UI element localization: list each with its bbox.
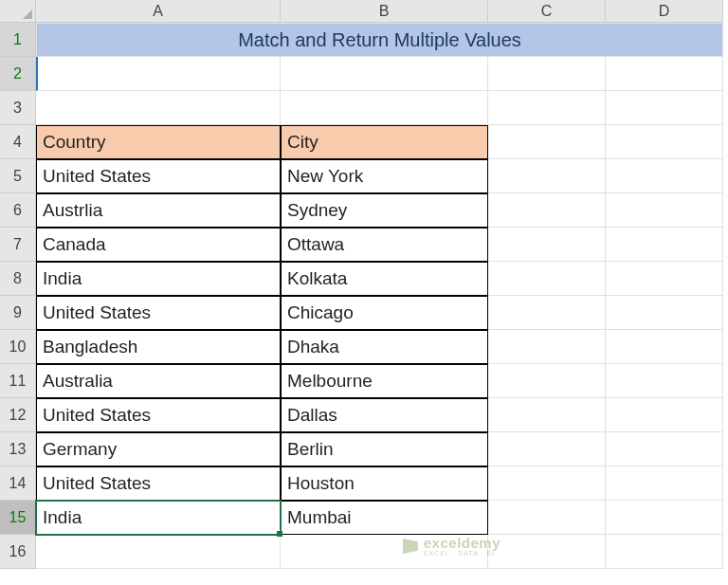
table-row[interactable]: Ottawa bbox=[281, 228, 488, 262]
table-row[interactable]: Mumbai bbox=[281, 501, 488, 535]
table-row[interactable]: Austrlia bbox=[36, 193, 281, 228]
cell-B2[interactable] bbox=[281, 57, 488, 91]
table-row[interactable]: Melbourne bbox=[281, 364, 488, 398]
table-row[interactable]: United States bbox=[36, 466, 281, 501]
cell-C3[interactable] bbox=[488, 91, 606, 125]
row-head-15[interactable]: 15 bbox=[0, 501, 36, 535]
row-head-7[interactable]: 7 bbox=[0, 228, 36, 262]
table-row[interactable]: Canada bbox=[36, 228, 281, 262]
col-head-A[interactable]: A bbox=[36, 0, 281, 23]
cell-D10[interactable] bbox=[606, 330, 723, 364]
table-row[interactable]: Houston bbox=[281, 466, 488, 501]
table-row[interactable]: Sydney bbox=[281, 193, 488, 228]
table-row[interactable]: India bbox=[36, 262, 281, 296]
row-head-11[interactable]: 11 bbox=[0, 364, 36, 398]
cell-C11[interactable] bbox=[488, 364, 606, 398]
cell-D2[interactable] bbox=[606, 57, 723, 91]
table-row[interactable]: Germany bbox=[36, 432, 281, 466]
row-head-9[interactable]: 9 bbox=[0, 296, 36, 330]
table-row[interactable]: United States bbox=[36, 159, 281, 193]
cell-C14[interactable] bbox=[488, 466, 606, 501]
row-head-1[interactable]: 1 bbox=[0, 23, 36, 57]
cell-C12[interactable] bbox=[488, 398, 606, 432]
cell-C4[interactable] bbox=[488, 125, 606, 159]
row-head-3[interactable]: 3 bbox=[0, 91, 36, 125]
title-cell[interactable]: Match and Return Multiple Values bbox=[36, 23, 723, 57]
table-header-city[interactable]: City bbox=[281, 125, 488, 159]
row-head-6[interactable]: 6 bbox=[0, 193, 36, 228]
cell-A16[interactable] bbox=[36, 535, 281, 569]
row-head-13[interactable]: 13 bbox=[0, 432, 36, 466]
cell-D12[interactable] bbox=[606, 398, 723, 432]
cell-D9[interactable] bbox=[606, 296, 723, 330]
col-head-C[interactable]: C bbox=[488, 0, 606, 23]
table-row[interactable]: Dhaka bbox=[281, 330, 488, 364]
cell-D4[interactable] bbox=[606, 125, 723, 159]
cell-B16[interactable] bbox=[281, 535, 488, 569]
row-head-12[interactable]: 12 bbox=[0, 398, 36, 432]
col-head-D[interactable]: D bbox=[606, 0, 723, 23]
cell-D16[interactable] bbox=[606, 535, 723, 569]
table-row[interactable]: United States bbox=[36, 296, 281, 330]
cell-D11[interactable] bbox=[606, 364, 723, 398]
cell-D6[interactable] bbox=[606, 193, 723, 228]
row-head-14[interactable]: 14 bbox=[0, 466, 36, 501]
cell-C5[interactable] bbox=[488, 159, 606, 193]
table-row[interactable]: Australia bbox=[36, 364, 281, 398]
cell-D13[interactable] bbox=[606, 432, 723, 466]
cell-C7[interactable] bbox=[488, 228, 606, 262]
cell-C16[interactable] bbox=[488, 535, 606, 569]
cell-D5[interactable] bbox=[606, 159, 723, 193]
cell-C15[interactable] bbox=[488, 501, 606, 535]
row-head-10[interactable]: 10 bbox=[0, 330, 36, 364]
cell-C8[interactable] bbox=[488, 262, 606, 296]
table-row[interactable]: Dallas bbox=[281, 398, 488, 432]
row-head-4[interactable]: 4 bbox=[0, 125, 36, 159]
table-row[interactable]: New York bbox=[281, 159, 488, 193]
spreadsheet-grid: A B C D 1 Match and Return Multiple Valu… bbox=[0, 0, 728, 569]
table-row[interactable]: Berlin bbox=[281, 432, 488, 466]
cell-D7[interactable] bbox=[606, 228, 723, 262]
row-head-5[interactable]: 5 bbox=[0, 159, 36, 193]
table-row[interactable]: Chicago bbox=[281, 296, 488, 330]
cell-D15[interactable] bbox=[606, 501, 723, 535]
cell-D8[interactable] bbox=[606, 262, 723, 296]
select-all-corner[interactable] bbox=[0, 0, 36, 23]
table-header-country[interactable]: Country bbox=[36, 125, 281, 159]
table-row[interactable]: Kolkata bbox=[281, 262, 488, 296]
cell-C10[interactable] bbox=[488, 330, 606, 364]
table-row[interactable]: United States bbox=[36, 398, 281, 432]
cell-C13[interactable] bbox=[488, 432, 606, 466]
row-head-16[interactable]: 16 bbox=[0, 535, 36, 569]
cell-B3[interactable] bbox=[281, 91, 488, 125]
row-head-2[interactable]: 2 bbox=[0, 57, 36, 91]
row-head-8[interactable]: 8 bbox=[0, 262, 36, 296]
cell-C2[interactable] bbox=[488, 57, 606, 91]
cell-D3[interactable] bbox=[606, 91, 723, 125]
table-row[interactable]: Bangladesh bbox=[36, 330, 281, 364]
cell-C6[interactable] bbox=[488, 193, 606, 228]
active-cell[interactable]: India bbox=[36, 501, 281, 535]
cell-A3[interactable] bbox=[36, 91, 281, 125]
cell-C9[interactable] bbox=[488, 296, 606, 330]
cell-A2[interactable] bbox=[36, 57, 281, 91]
col-head-B[interactable]: B bbox=[281, 0, 488, 23]
cell-D14[interactable] bbox=[606, 466, 723, 501]
